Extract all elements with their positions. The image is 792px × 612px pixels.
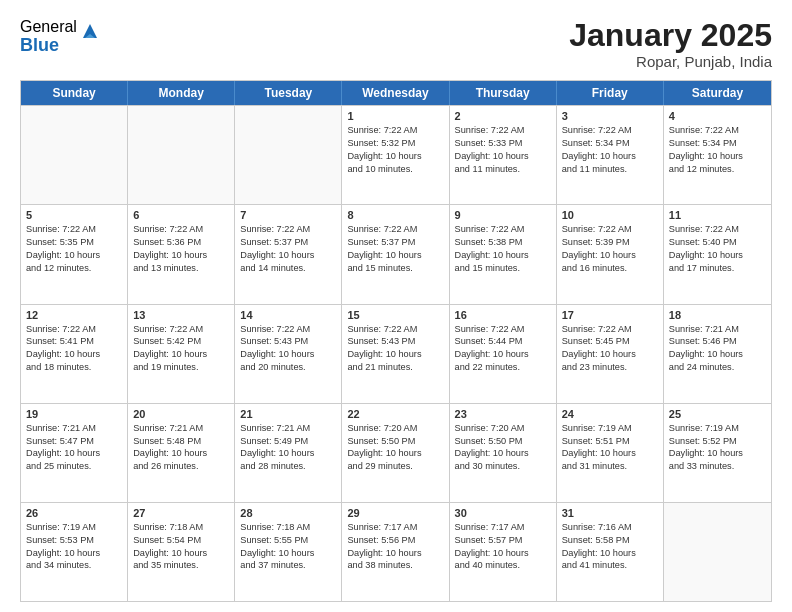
cell-line: Daylight: 10 hours bbox=[240, 348, 336, 361]
cell-line: Daylight: 10 hours bbox=[240, 447, 336, 460]
cell-line: and 26 minutes. bbox=[133, 460, 229, 473]
cell-line: and 23 minutes. bbox=[562, 361, 658, 374]
cell-line: and 14 minutes. bbox=[240, 262, 336, 275]
day-number: 20 bbox=[133, 408, 229, 420]
cell-line: Daylight: 10 hours bbox=[240, 547, 336, 560]
cell-line: and 12 minutes. bbox=[669, 163, 766, 176]
day-number: 22 bbox=[347, 408, 443, 420]
day-number: 11 bbox=[669, 209, 766, 221]
day-number: 4 bbox=[669, 110, 766, 122]
calendar-week-5: 26Sunrise: 7:19 AMSunset: 5:53 PMDayligh… bbox=[21, 502, 771, 601]
day-cell-13: 13Sunrise: 7:22 AMSunset: 5:42 PMDayligh… bbox=[128, 305, 235, 403]
day-cell-8: 8Sunrise: 7:22 AMSunset: 5:37 PMDaylight… bbox=[342, 205, 449, 303]
day-cell-29: 29Sunrise: 7:17 AMSunset: 5:56 PMDayligh… bbox=[342, 503, 449, 601]
day-number: 28 bbox=[240, 507, 336, 519]
cell-line: Sunrise: 7:21 AM bbox=[240, 422, 336, 435]
day-cell-18: 18Sunrise: 7:21 AMSunset: 5:46 PMDayligh… bbox=[664, 305, 771, 403]
cell-line: Sunrise: 7:21 AM bbox=[26, 422, 122, 435]
day-cell-9: 9Sunrise: 7:22 AMSunset: 5:38 PMDaylight… bbox=[450, 205, 557, 303]
day-number: 12 bbox=[26, 309, 122, 321]
cell-line: Sunrise: 7:22 AM bbox=[562, 223, 658, 236]
cell-line: Daylight: 10 hours bbox=[133, 249, 229, 262]
day-cell-28: 28Sunrise: 7:18 AMSunset: 5:55 PMDayligh… bbox=[235, 503, 342, 601]
day-cell-24: 24Sunrise: 7:19 AMSunset: 5:51 PMDayligh… bbox=[557, 404, 664, 502]
cell-line: Daylight: 10 hours bbox=[347, 447, 443, 460]
cell-line: and 40 minutes. bbox=[455, 559, 551, 572]
header-cell-monday: Monday bbox=[128, 81, 235, 105]
day-cell-2: 2Sunrise: 7:22 AMSunset: 5:33 PMDaylight… bbox=[450, 106, 557, 204]
day-number: 3 bbox=[562, 110, 658, 122]
header-cell-sunday: Sunday bbox=[21, 81, 128, 105]
page: General Blue January 2025 Ropar, Punjab,… bbox=[0, 0, 792, 612]
calendar-header-row: SundayMondayTuesdayWednesdayThursdayFrid… bbox=[21, 81, 771, 105]
cell-line: Daylight: 10 hours bbox=[562, 348, 658, 361]
cell-line: Sunset: 5:39 PM bbox=[562, 236, 658, 249]
cell-line: Sunset: 5:33 PM bbox=[455, 137, 551, 150]
cell-line: and 31 minutes. bbox=[562, 460, 658, 473]
day-number: 5 bbox=[26, 209, 122, 221]
cell-line: Sunrise: 7:22 AM bbox=[455, 124, 551, 137]
calendar-body: 1Sunrise: 7:22 AMSunset: 5:32 PMDaylight… bbox=[21, 105, 771, 601]
cell-line: Sunrise: 7:22 AM bbox=[26, 323, 122, 336]
cell-line: Daylight: 10 hours bbox=[455, 249, 551, 262]
cell-line: Sunrise: 7:22 AM bbox=[240, 223, 336, 236]
empty-cell bbox=[235, 106, 342, 204]
day-cell-31: 31Sunrise: 7:16 AMSunset: 5:58 PMDayligh… bbox=[557, 503, 664, 601]
cell-line: Sunrise: 7:20 AM bbox=[347, 422, 443, 435]
cell-line: and 18 minutes. bbox=[26, 361, 122, 374]
cell-line: and 34 minutes. bbox=[26, 559, 122, 572]
calendar: SundayMondayTuesdayWednesdayThursdayFrid… bbox=[20, 80, 772, 602]
cell-line: and 17 minutes. bbox=[669, 262, 766, 275]
cell-line: Sunrise: 7:22 AM bbox=[455, 223, 551, 236]
cell-line: Sunset: 5:37 PM bbox=[240, 236, 336, 249]
cell-line: Sunrise: 7:22 AM bbox=[347, 124, 443, 137]
cell-line: and 24 minutes. bbox=[669, 361, 766, 374]
cell-line: Sunrise: 7:22 AM bbox=[240, 323, 336, 336]
cell-line: and 13 minutes. bbox=[133, 262, 229, 275]
calendar-subtitle: Ropar, Punjab, India bbox=[569, 53, 772, 70]
cell-line: Sunset: 5:35 PM bbox=[26, 236, 122, 249]
header-cell-thursday: Thursday bbox=[450, 81, 557, 105]
cell-line: Sunset: 5:57 PM bbox=[455, 534, 551, 547]
cell-line: Sunrise: 7:19 AM bbox=[669, 422, 766, 435]
day-number: 9 bbox=[455, 209, 551, 221]
day-number: 6 bbox=[133, 209, 229, 221]
day-cell-6: 6Sunrise: 7:22 AMSunset: 5:36 PMDaylight… bbox=[128, 205, 235, 303]
cell-line: Sunrise: 7:16 AM bbox=[562, 521, 658, 534]
cell-line: and 11 minutes. bbox=[455, 163, 551, 176]
day-number: 15 bbox=[347, 309, 443, 321]
cell-line: Sunrise: 7:22 AM bbox=[26, 223, 122, 236]
calendar-week-3: 12Sunrise: 7:22 AMSunset: 5:41 PMDayligh… bbox=[21, 304, 771, 403]
cell-line: Daylight: 10 hours bbox=[347, 249, 443, 262]
day-number: 8 bbox=[347, 209, 443, 221]
cell-line: Sunrise: 7:21 AM bbox=[669, 323, 766, 336]
day-number: 21 bbox=[240, 408, 336, 420]
cell-line: Daylight: 10 hours bbox=[455, 348, 551, 361]
cell-line: Sunrise: 7:22 AM bbox=[133, 223, 229, 236]
cell-line: Sunset: 5:34 PM bbox=[562, 137, 658, 150]
day-cell-16: 16Sunrise: 7:22 AMSunset: 5:44 PMDayligh… bbox=[450, 305, 557, 403]
cell-line: Sunset: 5:58 PM bbox=[562, 534, 658, 547]
cell-line: Daylight: 10 hours bbox=[562, 547, 658, 560]
day-number: 19 bbox=[26, 408, 122, 420]
calendar-week-4: 19Sunrise: 7:21 AMSunset: 5:47 PMDayligh… bbox=[21, 403, 771, 502]
day-cell-26: 26Sunrise: 7:19 AMSunset: 5:53 PMDayligh… bbox=[21, 503, 128, 601]
cell-line: and 30 minutes. bbox=[455, 460, 551, 473]
day-number: 1 bbox=[347, 110, 443, 122]
cell-line: Daylight: 10 hours bbox=[562, 150, 658, 163]
cell-line: Sunset: 5:38 PM bbox=[455, 236, 551, 249]
title-block: January 2025 Ropar, Punjab, India bbox=[569, 18, 772, 70]
cell-line: Daylight: 10 hours bbox=[347, 150, 443, 163]
logo: General Blue bbox=[20, 18, 101, 55]
cell-line: Sunset: 5:53 PM bbox=[26, 534, 122, 547]
header-cell-tuesday: Tuesday bbox=[235, 81, 342, 105]
day-cell-21: 21Sunrise: 7:21 AMSunset: 5:49 PMDayligh… bbox=[235, 404, 342, 502]
day-number: 30 bbox=[455, 507, 551, 519]
day-cell-27: 27Sunrise: 7:18 AMSunset: 5:54 PMDayligh… bbox=[128, 503, 235, 601]
cell-line: Sunrise: 7:17 AM bbox=[347, 521, 443, 534]
cell-line: and 22 minutes. bbox=[455, 361, 551, 374]
cell-line: Sunset: 5:50 PM bbox=[455, 435, 551, 448]
logo-blue: Blue bbox=[20, 36, 77, 56]
cell-line: Daylight: 10 hours bbox=[669, 348, 766, 361]
cell-line: and 19 minutes. bbox=[133, 361, 229, 374]
